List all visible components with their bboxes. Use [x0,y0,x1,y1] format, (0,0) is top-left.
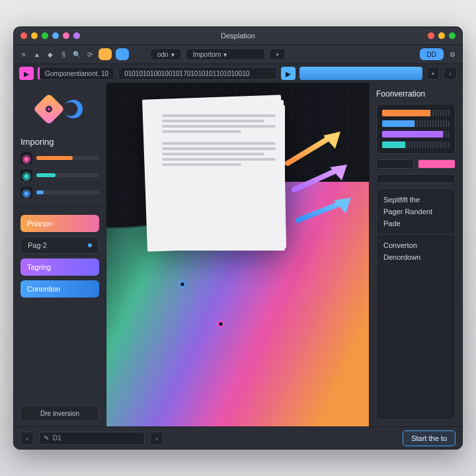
info-box: Sepitfift the Pager Randent Pade Convert… [376,188,456,420]
slider-track [36,190,99,194]
sidebar-heading: Imporing [20,137,99,147]
toolbar-field[interactable]: odo▾ [150,48,182,60]
arrow-icon [296,195,355,225]
progress-strip [299,67,422,80]
button-label: Start the to [411,434,447,442]
slider-knob-icon: ◉ [20,152,32,164]
chip-row [376,174,456,183]
logo-diamond-icon [32,93,64,125]
close-icon[interactable] [428,32,434,39]
prianpo-button[interactable]: Prianpo [20,215,99,232]
toolbar-field-label: odo [157,51,169,58]
maximize-icon[interactable] [42,32,48,39]
meter [382,120,450,127]
slider-knob-icon: ◉ [20,186,32,198]
field-value: D1 [53,434,61,442]
divider [14,206,106,207]
meter [382,141,450,148]
prev-button[interactable]: ‹ [20,432,34,445]
slider[interactable]: ◉ [20,169,99,181]
overflow-button[interactable]: • [426,67,440,80]
toolbar-field[interactable]: Importorn▾ [186,48,265,60]
sidebar-buttons: Prianpo Pag·2 Tagring Conontion [20,215,99,298]
toolbar-action[interactable]: DD [420,48,444,60]
button-label: Tagring [27,263,51,271]
breadcrumb-chip[interactable]: Gomponentianont. 10 [38,67,114,80]
dot-icon: • [276,51,279,58]
button-label: Prianpo [27,219,52,227]
node-icon [88,243,92,247]
info-line: Sepitfift the [383,196,448,204]
pointer-icon[interactable]: ▲ [32,50,42,59]
tagging-button[interactable]: Tagring [20,258,99,276]
meter [382,110,450,116]
slider-track [36,173,99,177]
sidebar: Imporing ◉ ◉ ◉ Prianpo Pag·2 Tagring Con… [14,83,106,426]
right-pane: Foonverration Sepitfift the Pager Randen… [370,83,462,426]
document-stack [145,97,284,253]
info-line: Pade [383,219,448,227]
toolbar-field-label: Importorn [193,51,221,58]
gear-icon[interactable]: ⚙ [448,50,457,59]
address-field[interactable]: 0101010100100101701010101101010010 [118,67,277,80]
tool-icon[interactable]: § [59,50,68,59]
info-line: Converton [383,241,448,249]
button-label: Pag·2 [28,241,47,249]
tool-icon[interactable]: ◆ [46,50,55,59]
pathbar: ▸ Gomponentianont. 10 010101010010010170… [14,64,462,83]
search-icon[interactable]: 🔍 [72,50,81,59]
bottom-field[interactable]: ✎ D1 [39,432,145,445]
main-body: Imporing ◉ ◉ ◉ Prianpo Pag·2 Tagring Con… [14,83,462,426]
slider[interactable]: ◉ [20,186,99,198]
pen-icon: ✎ [44,434,49,442]
go-button[interactable]: ▸ [281,67,296,80]
breadcrumb-label: Gomponentianont. 10 [45,70,108,77]
color-swatch[interactable] [99,48,112,60]
extra-dot-icon [52,32,59,39]
chevron-down-icon: ▾ [171,51,175,58]
back-button[interactable]: ▸ [19,67,34,80]
chip[interactable] [376,159,414,169]
bottom-bar: ‹ ✎ D1 › Start the to [14,426,462,449]
traffic-lights [20,32,80,39]
slider[interactable]: ◉ [20,152,99,164]
chip[interactable] [376,174,456,183]
toolbar-field[interactable]: • [269,48,286,60]
toolbar: ≡ ▲ ◆ § 🔍 ⟳ odo▾ Importorn▾ • DD ⚙ [14,44,462,64]
close-icon[interactable] [20,32,27,39]
page-button[interactable]: Pag·2 [20,237,99,254]
meter-panel [376,104,456,154]
minimize-icon[interactable] [438,32,445,39]
logo-crescent-icon [64,100,83,118]
color-swatch[interactable] [116,48,129,60]
node-icon[interactable] [179,281,186,288]
arrow-icon [292,162,351,195]
minimize-icon[interactable] [31,32,38,39]
app-logo [20,89,99,129]
maximize-icon[interactable] [449,32,456,39]
extra-dot-icon [73,32,80,39]
conversion-button[interactable]: Conontion [20,280,99,298]
chip[interactable] [418,159,456,169]
deversion-button[interactable]: Dre inversion [20,405,99,421]
slider-track [36,156,99,160]
slider-knob-icon: ◉ [20,169,32,181]
node-icon[interactable] [218,321,224,327]
menu-icon[interactable]: ≡ [19,50,28,59]
info-line: Pager Randent [383,208,448,216]
button-label: Conontion [27,285,60,293]
chip-row [376,159,456,169]
canvas[interactable] [106,83,370,426]
panel-title: Foonverration [376,89,456,99]
toolbar-action-label: DD [427,51,436,58]
window-title: Desplation [221,32,255,40]
next-button[interactable]: › [150,432,163,445]
meter [382,131,450,138]
divider [377,234,455,235]
start-button[interactable]: Start the to [403,430,456,446]
tool-icon[interactable]: ⟳ [85,50,95,59]
extra-dot-icon [63,32,69,39]
info-line: Denordown [383,253,448,261]
forward-button[interactable]: › [444,67,457,80]
address-text: 0101010100100101701010101101010010 [124,70,249,77]
